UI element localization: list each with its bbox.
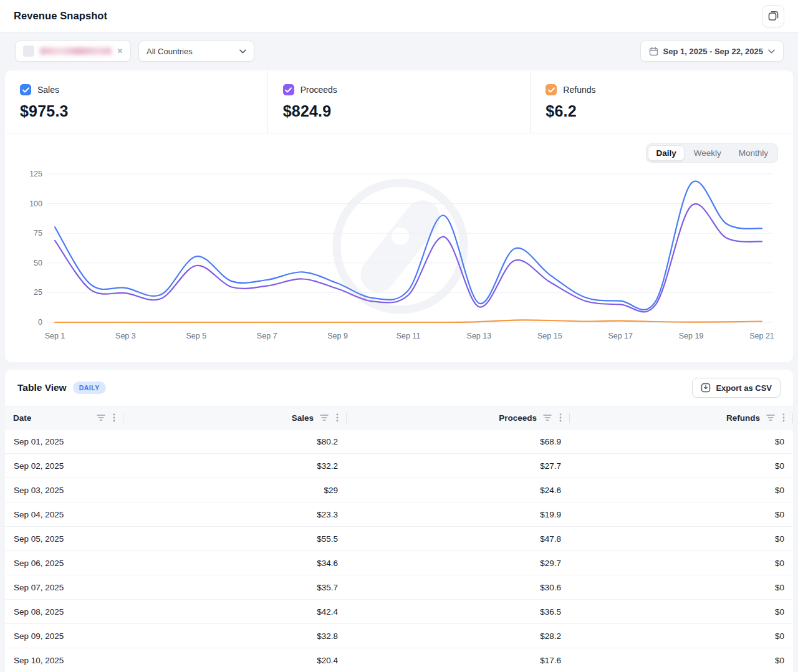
revenue-chart[interactable]: 0255075100125Sep 1Sep 3Sep 5Sep 7Sep 9Se…	[20, 166, 778, 353]
svg-text:0: 0	[38, 318, 42, 327]
app-name-redacted	[40, 47, 112, 55]
cell-refunds: $0	[570, 437, 793, 446]
cell-refunds: $0	[570, 607, 793, 617]
svg-text:Sep 19: Sep 19	[679, 332, 704, 340]
column-header-date[interactable]: Date	[5, 406, 123, 429]
filter-icon[interactable]	[766, 414, 775, 421]
cell-sales: $35.7	[123, 583, 347, 592]
cell-proceeds: $28.2	[347, 631, 570, 641]
table-panel: Table View DAILY Export as CSV Date	[5, 370, 793, 672]
cell-refunds: $0	[570, 559, 793, 568]
table-row[interactable]: Sep 07, 2025 $35.7 $30.6 $0	[5, 575, 793, 600]
svg-text:75: 75	[34, 229, 42, 238]
chevron-down-icon	[239, 49, 246, 54]
export-csv-button[interactable]: Export as CSV	[692, 378, 781, 398]
filter-icon[interactable]	[320, 414, 329, 421]
country-select[interactable]: All Countries	[138, 41, 254, 62]
cell-date: Sep 08, 2025	[5, 607, 123, 617]
metric-card-sales[interactable]: Sales $975.3	[5, 70, 267, 133]
cell-refunds: $0	[570, 656, 793, 665]
table-row[interactable]: Sep 01, 2025 $80.2 $68.9 $0	[5, 430, 793, 454]
metric-card-refunds[interactable]: Refunds $6.2	[530, 70, 793, 133]
svg-text:Sep 9: Sep 9	[327, 332, 348, 340]
cell-date: Sep 07, 2025	[5, 583, 123, 592]
svg-text:Sep 15: Sep 15	[537, 332, 562, 340]
chevron-down-icon	[768, 49, 775, 54]
column-header-refunds[interactable]: Refunds	[570, 406, 793, 429]
column-menu-icon[interactable]	[113, 413, 115, 422]
cell-proceeds: $30.6	[347, 583, 570, 592]
granularity-badge: DAILY	[73, 382, 106, 394]
svg-text:Sep 1: Sep 1	[45, 332, 65, 340]
cell-refunds: $0	[570, 583, 793, 592]
sales-checkbox[interactable]	[20, 84, 31, 95]
table-row[interactable]: Sep 08, 2025 $42.4 $36.5 $0	[5, 600, 793, 624]
app-logo-placeholder	[23, 46, 34, 57]
svg-text:125: 125	[29, 170, 42, 178]
table-row[interactable]: Sep 09, 2025 $32.8 $28.2 $0	[5, 624, 793, 648]
country-select-value: All Countries	[147, 47, 193, 56]
cell-refunds: $0	[570, 461, 793, 471]
metric-cards-row: Sales $975.3 Proceeds $824.9	[5, 70, 793, 133]
svg-text:25: 25	[34, 288, 42, 297]
cell-proceeds: $36.5	[347, 607, 570, 617]
cell-date: Sep 02, 2025	[5, 461, 123, 471]
metric-label-proceeds: Proceeds	[300, 85, 337, 95]
topbar: Revenue Snapshot	[0, 0, 798, 32]
table-row[interactable]: Sep 05, 2025 $55.5 $47.8 $0	[5, 527, 793, 551]
column-menu-icon[interactable]	[782, 413, 785, 422]
column-menu-icon[interactable]	[336, 413, 339, 422]
chart-area: Daily Weekly Monthly 0255075100125Sep 1S…	[5, 133, 793, 362]
table-row[interactable]: Sep 06, 2025 $34.6 $29.7 $0	[5, 551, 793, 575]
cell-proceeds: $24.6	[347, 486, 570, 495]
svg-text:Sep 3: Sep 3	[115, 332, 136, 340]
cell-proceeds: $29.7	[347, 559, 570, 568]
check-icon	[548, 87, 555, 93]
metric-value-sales: $975.3	[20, 102, 252, 120]
metric-label-refunds: Refunds	[563, 85, 595, 95]
metric-value-refunds: $6.2	[546, 102, 778, 120]
granularity-daily[interactable]: Daily	[648, 145, 684, 161]
svg-text:Sep 17: Sep 17	[608, 332, 633, 340]
table-row[interactable]: Sep 10, 2025 $20.4 $17.6 $0	[5, 648, 793, 672]
cell-date: Sep 06, 2025	[5, 559, 123, 568]
cell-date: Sep 01, 2025	[5, 437, 123, 446]
metric-label-sales: Sales	[37, 85, 59, 95]
cell-refunds: $0	[570, 534, 793, 544]
svg-text:50: 50	[34, 259, 42, 267]
metric-card-proceeds[interactable]: Proceeds $824.9	[267, 70, 531, 133]
cell-sales: $80.2	[123, 437, 347, 446]
column-menu-icon[interactable]	[559, 413, 562, 422]
app-filter-pill[interactable]: ×	[15, 41, 131, 62]
column-header-sales[interactable]: Sales	[123, 406, 347, 429]
date-range-value: Sep 1, 2025 - Sep 22, 2025	[663, 47, 763, 56]
cell-sales: $42.4	[123, 607, 347, 617]
svg-text:Sep 21: Sep 21	[749, 332, 774, 340]
refunds-checkbox[interactable]	[546, 84, 557, 95]
cell-sales: $34.6	[123, 559, 347, 568]
revenue-panel: Sales $975.3 Proceeds $824.9	[5, 70, 793, 362]
export-csv-label: Export as CSV	[716, 383, 772, 393]
date-range-picker[interactable]: Sep 1, 2025 - Sep 22, 2025	[640, 41, 784, 62]
remove-app-filter-icon[interactable]: ×	[117, 46, 123, 56]
proceeds-checkbox[interactable]	[283, 84, 294, 95]
table-row[interactable]: Sep 04, 2025 $23.3 $19.9 $0	[5, 502, 793, 527]
app-window-button[interactable]	[762, 5, 784, 27]
cell-sales: $32.8	[123, 631, 347, 641]
granularity-weekly[interactable]: Weekly	[686, 145, 729, 161]
export-icon	[701, 383, 711, 393]
granularity-monthly[interactable]: Monthly	[731, 145, 776, 161]
cell-date: Sep 03, 2025	[5, 486, 123, 495]
column-header-proceeds[interactable]: Proceeds	[347, 406, 570, 429]
cell-sales: $32.2	[123, 461, 347, 471]
filter-icon[interactable]	[97, 414, 105, 421]
filter-icon[interactable]	[543, 414, 552, 421]
cell-refunds: $0	[570, 510, 793, 519]
cell-date: Sep 09, 2025	[5, 631, 123, 641]
calendar-icon	[649, 47, 658, 56]
table-row[interactable]: Sep 02, 2025 $32.2 $27.7 $0	[5, 454, 793, 478]
table-row[interactable]: Sep 03, 2025 $29 $24.6 $0	[5, 478, 793, 502]
cell-proceeds: $27.7	[347, 461, 570, 471]
table-title: Table View	[17, 382, 67, 393]
svg-text:Sep 7: Sep 7	[257, 332, 277, 340]
